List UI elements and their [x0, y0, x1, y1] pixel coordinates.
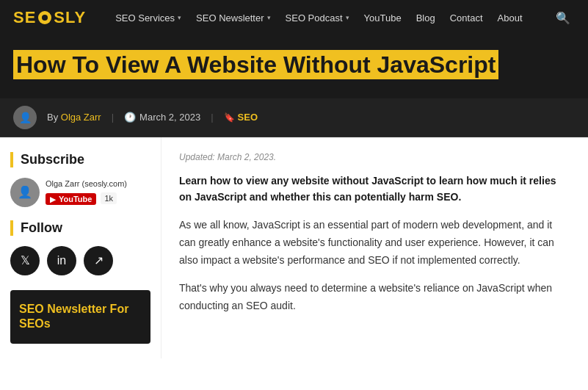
youtube-icon: ▶ [50, 195, 56, 203]
twitter-icon: 𝕏 [21, 253, 30, 267]
follow-heading: Follow [10, 220, 150, 236]
sidebar: Subscribe 👤 Olga Zarr (seosly.com) ▶ You… [0, 137, 161, 359]
subscribe-name: Olga Zarr (seosly.com) [46, 179, 127, 188]
nav-seo-newsletter[interactable]: SEO Newsletter ▾ [189, 0, 277, 35]
newsletter-widget-title: SEO Newsletter For SEOs [19, 302, 142, 333]
social-icons: 𝕏 in ↗ [10, 246, 150, 275]
youtube-count: 1k [101, 192, 117, 204]
chevron-down-icon: ▾ [178, 14, 181, 21]
nav-about[interactable]: About [490, 0, 530, 35]
nav-links: SEO Services ▾ SEO Newsletter ▾ SEO Podc… [108, 0, 551, 35]
nav-seo-podcast[interactable]: SEO Podcast ▾ [278, 0, 357, 35]
article-tag[interactable]: 🔖 SEO [224, 112, 258, 123]
author-link[interactable]: Olga Zarr [61, 112, 101, 123]
youtube-subscribe-button[interactable]: ▶ YouTube [46, 193, 96, 205]
search-icon[interactable]: 🔍 [551, 11, 575, 25]
article-title: How To View A Website Without JavaScript [13, 50, 498, 79]
clock-icon: 🕐 [124, 112, 136, 123]
article-paragraph-2: That's why you always need to determine … [179, 280, 570, 315]
nav-contact[interactable]: Contact [443, 0, 490, 35]
subscribe-heading: Subscribe [10, 152, 150, 167]
article-body: Updated: March 2, 2023. Learn how to vie… [161, 137, 588, 359]
external-link-icon: ↗ [94, 253, 104, 267]
external-link-button[interactable]: ↗ [84, 246, 113, 275]
author-label: By Olga Zarr [47, 112, 101, 123]
newsletter-widget: SEO Newsletter For SEOs [10, 290, 150, 344]
chevron-down-icon: ▾ [346, 14, 349, 21]
linkedin-button[interactable]: in [47, 246, 76, 275]
nav-blog[interactable]: Blog [409, 0, 443, 35]
follow-section: Follow 𝕏 in ↗ [10, 220, 150, 275]
meta-divider-1: | [112, 112, 114, 123]
article-meta: 👤 By Olga Zarr | 🕐 March 2, 2023 | 🔖 SEO [0, 98, 588, 137]
article-paragraph-1: As we all know, JavaScript is an essenti… [179, 217, 570, 269]
hero-section: How To View A Website Without JavaScript [0, 35, 588, 98]
article-intro: Learn how to view any website without Ja… [179, 173, 570, 206]
nav-youtube[interactable]: YouTube [357, 0, 409, 35]
chevron-down-icon: ▾ [267, 14, 271, 21]
meta-divider-2: | [211, 112, 213, 123]
bookmark-icon: 🔖 [224, 112, 235, 123]
subscribe-card: 👤 Olga Zarr (seosly.com) ▶ YouTube 1k [10, 178, 150, 207]
updated-date: Updated: March 2, 2023. [179, 152, 570, 162]
linkedin-icon: in [57, 254, 66, 267]
avatar: 👤 [13, 106, 37, 129]
navigation: SESLY SEO Services ▾ SEO Newsletter ▾ SE… [0, 0, 588, 35]
publish-date: 🕐 March 2, 2023 [124, 112, 200, 123]
content-wrapper: Subscribe 👤 Olga Zarr (seosly.com) ▶ You… [0, 137, 588, 359]
nav-seo-services[interactable]: SEO Services ▾ [108, 0, 189, 35]
site-logo[interactable]: SESLY [13, 8, 86, 27]
twitter-button[interactable]: 𝕏 [10, 246, 40, 275]
avatar: 👤 [10, 178, 40, 207]
